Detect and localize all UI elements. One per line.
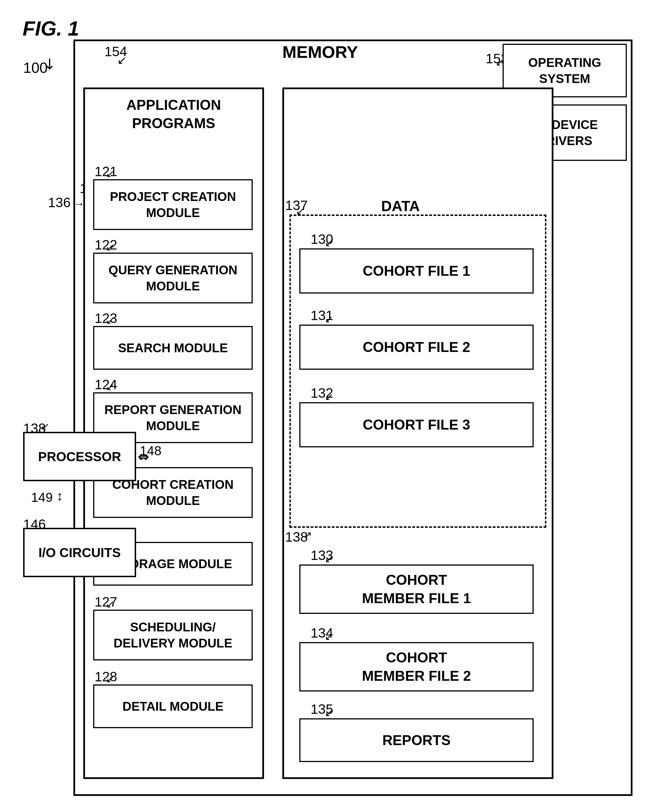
io-circuits-box: I/O CIRCUITS [23,528,136,577]
memory-label: MEMORY [282,42,358,62]
arrow-processor-ref-icon: ↙ [41,421,49,432]
arrow-130-icon: ↙ [325,237,333,249]
cohort-member-file-1-box: COHORTMEMBER FILE 1 [299,565,533,614]
cohort-file-2-box: COHORT FILE 2 [299,325,533,370]
detail-module-box: DETAIL MODULE [93,684,253,728]
arrow-123-icon: ↙ [106,315,115,327]
arrow-136-icon: → [73,198,85,210]
arrow-134-icon: ↙ [325,631,333,643]
data-label: DATA [381,198,420,215]
app-programs-label: APPLICATIONPROGRAMS [83,96,264,133]
arrow-138-dashed-icon: ↗ [304,529,312,541]
processor-box: PROCESSOR [23,432,136,481]
ref-148: 148 [140,443,162,458]
reports-box: REPORTS [299,718,533,762]
arrow-132-icon: ↙ [325,391,333,403]
fig-label: FIG. 1 [23,17,79,40]
arrow-149: ↕ [57,488,63,504]
search-module-box: SEARCH MODULE [93,326,253,370]
arrow-122-icon: ↙ [106,241,115,253]
arrow-135-icon: ↙ [325,707,333,719]
arrow-128-icon: ↙ [106,673,115,685]
ref-136: 136 [48,195,70,210]
cohort-file-1-box: COHORT FILE 1 [299,248,533,293]
arrow-131-icon: ↙ [325,313,333,325]
page: FIG. 1 100 ↘ MEMORY 154 ↙ 152 OPERATING … [0,0,648,812]
arrow-127-icon: ↙ [106,598,115,610]
arrow-152-icon: ↙ [495,56,504,68]
ref-149: 149 [31,490,53,505]
cohort-member-file-2-box: COHORTMEMBER FILE 2 [299,642,533,691]
arrow-154-icon: ↙ [117,53,127,67]
arrow-121-icon: ↙ [106,168,115,180]
arrow-133-icon: ↙ [325,553,333,565]
arrow-124-icon: ↙ [106,381,115,393]
scheduling-delivery-module-box: SCHEDULING/DELIVERY MODULE [93,610,253,661]
query-generation-module-box: QUERY GENERATIONMODULE [93,253,253,304]
cohort-file-3-box: COHORT FILE 3 [299,402,533,447]
project-creation-module-box: PROJECT CREATIONMODULE [93,179,253,230]
